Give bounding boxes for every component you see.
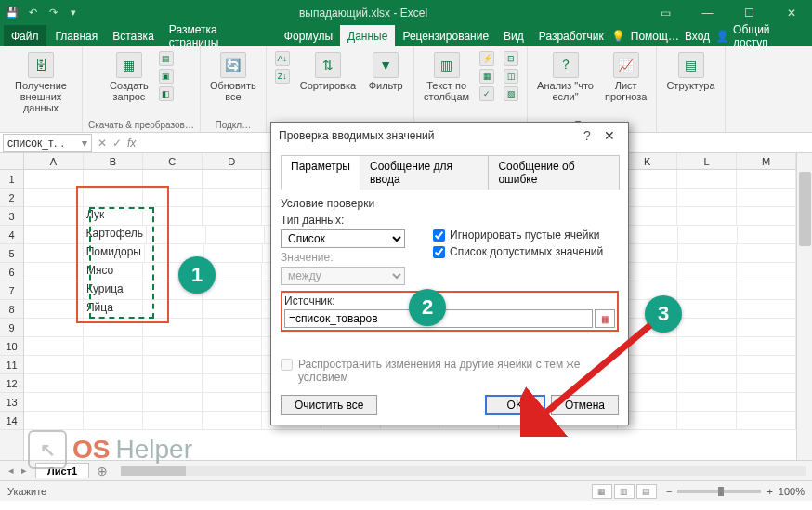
save-icon[interactable]: 💾 bbox=[4, 5, 20, 21]
cell[interactable] bbox=[203, 170, 262, 189]
view-page-layout-button[interactable]: ▥ bbox=[614, 484, 635, 499]
cell[interactable] bbox=[143, 170, 203, 189]
cell[interactable] bbox=[143, 374, 203, 393]
row-header[interactable]: 6 bbox=[0, 263, 23, 281]
cell[interactable] bbox=[143, 281, 203, 300]
sort-za-button[interactable]: Z↓ bbox=[272, 68, 293, 85]
column-header[interactable]: L bbox=[677, 153, 737, 169]
cell[interactable] bbox=[737, 356, 796, 374]
column-header[interactable]: B bbox=[84, 153, 143, 169]
cell[interactable] bbox=[143, 263, 203, 281]
row-header[interactable]: 8 bbox=[0, 300, 23, 319]
row-header[interactable]: 14 bbox=[0, 412, 23, 430]
cell[interactable]: Картофель bbox=[84, 226, 148, 244]
chevron-down-icon[interactable]: ▾ bbox=[82, 137, 87, 150]
what-if-button[interactable]: ？ Анализ "что если" bbox=[533, 50, 597, 104]
tab-input-message[interactable]: Сообщение для ввода bbox=[360, 155, 489, 190]
column-header[interactable]: M bbox=[737, 153, 796, 169]
cell[interactable] bbox=[84, 319, 143, 337]
cell[interactable] bbox=[84, 393, 143, 412]
ignore-blank-checkbox[interactable]: Игнорировать пустые ячейки bbox=[433, 229, 619, 242]
cell[interactable] bbox=[203, 207, 262, 226]
tab-view[interactable]: Вид bbox=[496, 25, 531, 46]
tab-page-layout[interactable]: Разметка страницы bbox=[162, 25, 277, 46]
row-header[interactable]: 7 bbox=[0, 281, 23, 300]
cell[interactable] bbox=[204, 244, 264, 263]
cell[interactable] bbox=[737, 263, 796, 281]
cell[interactable] bbox=[24, 300, 84, 319]
cell[interactable] bbox=[24, 337, 84, 356]
cell[interactable] bbox=[737, 189, 796, 207]
zoom-out-icon[interactable]: − bbox=[666, 486, 672, 497]
dialog-titlebar[interactable]: Проверка вводимых значений ? ✕ bbox=[271, 123, 628, 149]
ribbon-options-icon[interactable]: ▭ bbox=[645, 0, 687, 25]
cell[interactable] bbox=[24, 319, 84, 337]
column-header[interactable]: A bbox=[24, 153, 84, 169]
cell[interactable] bbox=[677, 393, 737, 412]
cell[interactable]: Яйца bbox=[84, 300, 143, 319]
share-button[interactable]: 👤 Общий доступ bbox=[715, 23, 806, 49]
maximize-icon[interactable]: ☐ bbox=[728, 0, 770, 25]
signin-label[interactable]: Вход bbox=[685, 30, 710, 43]
type-select[interactable]: Список bbox=[281, 229, 405, 248]
cell[interactable] bbox=[677, 170, 737, 189]
help-label[interactable]: Помощ… bbox=[631, 30, 679, 43]
ok-button[interactable]: OK bbox=[485, 395, 545, 415]
cell[interactable] bbox=[203, 281, 262, 300]
cell[interactable] bbox=[678, 226, 738, 244]
cell[interactable]: Мясо bbox=[84, 263, 143, 281]
cell[interactable] bbox=[24, 226, 84, 244]
tab-error-alert[interactable]: Сообщение об ошибке bbox=[488, 155, 620, 190]
dialog-help-icon[interactable]: ? bbox=[576, 128, 598, 143]
get-external-data-button[interactable]: 🗄 Получение внешних данных bbox=[6, 50, 76, 115]
row-header[interactable]: 10 bbox=[0, 337, 23, 356]
cell[interactable] bbox=[737, 319, 796, 337]
cell[interactable] bbox=[677, 207, 737, 226]
cell[interactable] bbox=[84, 189, 143, 207]
cell[interactable] bbox=[84, 374, 143, 393]
sheet-nav-next-icon[interactable]: ▸ bbox=[19, 464, 30, 477]
text-to-columns-button[interactable]: ▥ Текст по столбцам bbox=[420, 50, 473, 104]
fx-icon[interactable]: fx bbox=[127, 137, 136, 150]
row-header[interactable]: 4 bbox=[0, 226, 23, 244]
tab-formulas[interactable]: Формулы bbox=[277, 25, 340, 46]
select-all-corner[interactable] bbox=[0, 153, 23, 170]
new-sheet-button[interactable]: ⊕ bbox=[89, 464, 115, 478]
sort-button[interactable]: ⇅ Сортировка bbox=[296, 50, 360, 93]
row-header[interactable]: 9 bbox=[0, 319, 23, 337]
cell[interactable] bbox=[203, 374, 262, 393]
cell[interactable] bbox=[24, 189, 84, 207]
from-table-button[interactable]: ▣ bbox=[156, 68, 177, 85]
cell[interactable] bbox=[206, 226, 266, 244]
cell[interactable] bbox=[24, 207, 84, 226]
consolidate-button[interactable]: ⊟ bbox=[501, 50, 521, 67]
horizontal-scrollbar[interactable] bbox=[121, 464, 806, 477]
cell[interactable] bbox=[143, 337, 203, 356]
cell[interactable] bbox=[677, 337, 737, 356]
cell[interactable] bbox=[143, 300, 203, 319]
tab-file[interactable]: Файл bbox=[4, 25, 46, 46]
sort-az-button[interactable]: A↓ bbox=[272, 50, 293, 67]
tab-settings[interactable]: Параметры bbox=[281, 155, 360, 190]
cell[interactable] bbox=[143, 319, 203, 337]
recent-sources-button[interactable]: ◧ bbox=[156, 85, 177, 102]
cell[interactable] bbox=[677, 300, 737, 319]
view-page-break-button[interactable]: ▤ bbox=[636, 484, 657, 499]
redo-icon[interactable]: ↷ bbox=[45, 5, 61, 21]
cell[interactable] bbox=[678, 244, 738, 263]
cell[interactable] bbox=[84, 337, 143, 356]
zoom-slider[interactable] bbox=[677, 490, 761, 493]
manage-data-model-button[interactable]: ▧ bbox=[501, 85, 521, 102]
column-header[interactable]: D bbox=[203, 153, 262, 169]
cell[interactable] bbox=[24, 244, 84, 263]
cell[interactable] bbox=[24, 393, 84, 412]
cell[interactable] bbox=[737, 300, 796, 319]
show-queries-button[interactable]: ▤ bbox=[156, 50, 177, 67]
help-icon[interactable]: 💡 bbox=[611, 30, 625, 43]
cell[interactable] bbox=[677, 281, 737, 300]
tab-home[interactable]: Главная bbox=[48, 25, 106, 46]
tab-review[interactable]: Рецензирование bbox=[395, 25, 496, 46]
tab-insert[interactable]: Вставка bbox=[105, 25, 162, 46]
relationships-button[interactable]: ◫ bbox=[501, 68, 521, 85]
sheet-nav-prev-icon[interactable]: ◂ bbox=[6, 464, 17, 477]
